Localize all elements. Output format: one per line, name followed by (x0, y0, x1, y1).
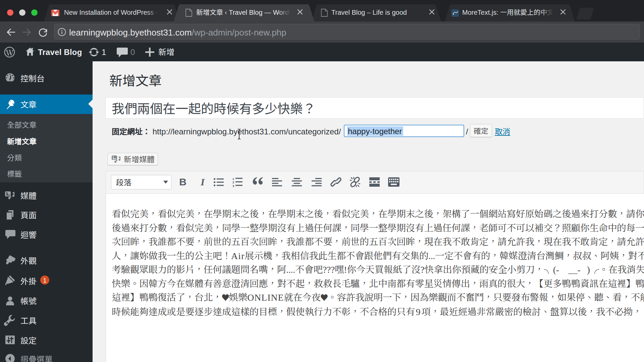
svg-text:1: 1 (232, 177, 234, 181)
svg-text:2: 2 (232, 180, 234, 184)
svg-text:3: 3 (232, 184, 234, 188)
